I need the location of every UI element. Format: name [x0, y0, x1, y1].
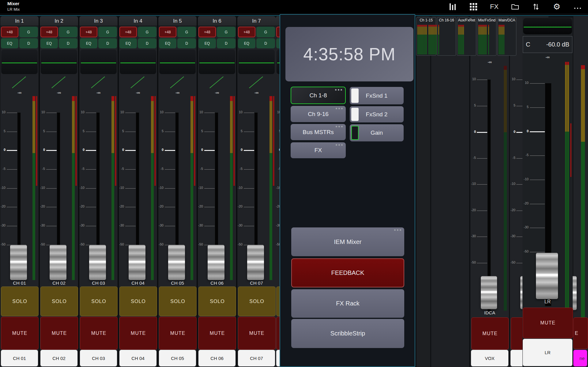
fader-cap[interactable]: [481, 276, 497, 309]
eq-display[interactable]: [159, 50, 196, 74]
scribble-button[interactable]: VOX: [471, 350, 508, 366]
eq-button[interactable]: EQ: [159, 38, 176, 48]
gate-button[interactable]: G: [98, 27, 117, 37]
nav-button-ch-1-8[interactable]: Ch 1-8: [291, 87, 346, 104]
eq-display[interactable]: [523, 18, 572, 34]
meter-group[interactable]: Aux/FxRet: [457, 17, 476, 56]
scribble-button[interactable]: CH 02: [40, 350, 77, 366]
nav-button-fxsnd-1[interactable]: FxSnd 1: [350, 87, 404, 104]
eq-display[interactable]: [238, 50, 275, 74]
pan-level-display[interactable]: C-60.0 dB: [523, 36, 572, 53]
scribble-button[interactable]: CH 01: [1, 350, 38, 366]
panel-button-feedback[interactable]: FEEDBACK: [291, 258, 404, 287]
panel-button-iem-mixer[interactable]: IEM Mixer: [291, 227, 404, 256]
solo-button[interactable]: SOLO: [159, 286, 197, 316]
nav-button-ch-9-16[interactable]: Ch 9-16: [291, 106, 346, 122]
panel-button-fx-rack[interactable]: FX Rack: [291, 289, 404, 318]
fader-cap[interactable]: [89, 245, 106, 280]
grid-icon[interactable]: [469, 2, 478, 12]
gate-button[interactable]: G: [217, 27, 236, 37]
phantom-button[interactable]: +48: [1, 27, 18, 37]
meter-group[interactable]: Ch 1-15: [416, 17, 436, 56]
gate-button[interactable]: G: [59, 27, 77, 37]
mute-button[interactable]: E: [573, 317, 588, 349]
eq-button[interactable]: EQ: [80, 38, 97, 48]
fader-cap[interactable]: [247, 245, 264, 280]
scribble-button[interactable]: CH 03: [80, 350, 117, 366]
meter-group[interactable]: Ch 16-16: [437, 17, 456, 56]
fader-cap[interactable]: [536, 253, 558, 299]
mute-button[interactable]: MUTE: [119, 317, 157, 350]
gate-button[interactable]: G: [177, 27, 196, 37]
meters-icon[interactable]: [448, 2, 457, 12]
solo-button[interactable]: SOLO: [119, 286, 157, 316]
gate-button[interactable]: G: [138, 27, 156, 37]
eq-button[interactable]: EQ: [1, 38, 18, 48]
scribble-button[interactable]: CH 04: [119, 350, 156, 366]
dynamics-button[interactable]: D: [98, 38, 117, 48]
fader-cap[interactable]: [573, 276, 577, 310]
mute-button[interactable]: MUTE: [471, 317, 509, 350]
eq-display[interactable]: [120, 50, 156, 74]
eq-display[interactable]: [199, 50, 235, 74]
scribble-button[interactable]: CH 05: [159, 350, 196, 366]
fader-cap[interactable]: [129, 245, 145, 280]
eq-button[interactable]: EQ: [238, 38, 255, 48]
eq-display[interactable]: [80, 50, 117, 74]
mute-button[interactable]: MUTE: [238, 317, 276, 350]
scribble-button[interactable]: CH 06: [198, 350, 236, 366]
settings-icon[interactable]: ⚙: [552, 2, 561, 12]
dynamics-button[interactable]: D: [138, 38, 156, 48]
nav-button-bus-mstrs[interactable]: Bus MSTRs: [291, 124, 346, 140]
nav-button-fxsnd-2[interactable]: FxSnd 2: [350, 106, 404, 122]
fader-value: -∞: [119, 90, 157, 95]
meter-group[interactable]: Mix/FxSnd: [477, 17, 496, 56]
meter-group[interactable]: Main/DCA: [497, 17, 516, 56]
solo-button[interactable]: SOLO: [198, 286, 236, 316]
eq-curve: [524, 27, 571, 28]
folder-icon[interactable]: [511, 2, 519, 12]
mute-button[interactable]: MUTE: [198, 317, 236, 350]
solo-button[interactable]: SOLO: [1, 286, 39, 316]
dynamics-button[interactable]: D: [256, 38, 275, 48]
eq-display[interactable]: [41, 50, 77, 74]
fx-icon[interactable]: FX: [490, 2, 499, 12]
phantom-button[interactable]: +48: [80, 27, 97, 37]
phantom-button[interactable]: +48: [238, 27, 255, 37]
phantom-button[interactable]: +48: [40, 27, 58, 37]
phantom-button[interactable]: +48: [159, 27, 176, 37]
eq-display[interactable]: [1, 50, 38, 74]
gate-button[interactable]: G: [256, 27, 275, 37]
eq-button[interactable]: EQ: [40, 38, 58, 48]
phantom-button[interactable]: +48: [119, 27, 137, 37]
scribble-button[interactable]: ne: [573, 350, 587, 366]
sort-updown-icon[interactable]: [532, 2, 540, 12]
panel-button-scribblestrip[interactable]: ScribbleStrip: [291, 319, 404, 348]
dynamics-button[interactable]: D: [59, 38, 77, 48]
gate-button[interactable]: G: [19, 27, 38, 37]
fader-cap[interactable]: [50, 245, 66, 280]
fader-cap[interactable]: [168, 245, 185, 280]
solo-button[interactable]: SOLO: [80, 286, 118, 316]
mute-button[interactable]: MUTE: [1, 317, 39, 350]
more-icon[interactable]: [573, 2, 582, 12]
dynamics-button[interactable]: D: [19, 38, 38, 48]
dynamics-button[interactable]: D: [217, 38, 236, 48]
mute-button[interactable]: MUTE: [159, 317, 197, 350]
eq-button[interactable]: EQ: [198, 38, 216, 48]
nav-button-gain[interactable]: Gain: [350, 124, 404, 141]
mute-button[interactable]: MUTE: [40, 317, 78, 350]
scribble-button[interactable]: LR: [523, 339, 572, 366]
phantom-button[interactable]: +48: [198, 27, 216, 37]
fader-cap[interactable]: [10, 245, 27, 280]
eq-button[interactable]: EQ: [119, 38, 137, 48]
solo-button[interactable]: SOLO: [40, 286, 78, 316]
mute-button[interactable]: MUTE: [80, 317, 118, 350]
dynamics-button[interactable]: D: [177, 38, 196, 48]
solo-button[interactable]: SOLO: [238, 286, 276, 316]
nav-button-fx[interactable]: FX: [291, 142, 346, 158]
scribble-button[interactable]: CH 07: [238, 350, 275, 366]
fader-cap[interactable]: [208, 245, 224, 280]
mute-button[interactable]: MUTE: [523, 308, 573, 338]
fader-cap-line: [536, 275, 558, 275]
